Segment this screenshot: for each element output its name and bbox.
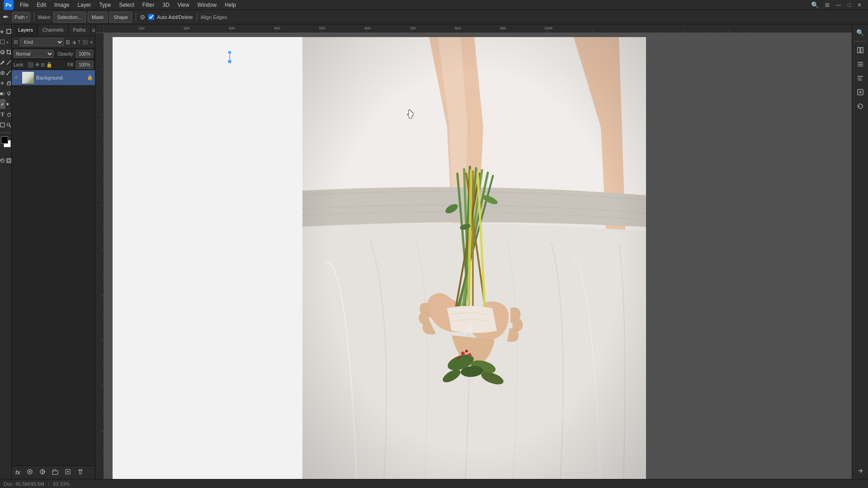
menu-window[interactable]: Window: [194, 1, 221, 9]
crop-tool[interactable]: [6, 47, 12, 57]
brush-tool[interactable]: [6, 68, 12, 78]
filter-adjustment-icon[interactable]: ◑: [72, 40, 76, 45]
right-adjustments-btn[interactable]: [854, 72, 867, 84]
menu-help[interactable]: Help: [221, 1, 240, 9]
auto-add-delete-label: Auto Add/Delete: [157, 14, 193, 20]
svg-point-7: [7, 74, 8, 75]
lock-all-icon[interactable]: 🔒: [46, 62, 52, 68]
menu-type[interactable]: Type: [95, 1, 114, 9]
fill-label: Fill: [67, 62, 73, 67]
right-search-btn[interactable]: 🔍: [854, 26, 867, 39]
lock-position-icon[interactable]: ✥: [35, 62, 39, 68]
fill-input[interactable]: [76, 61, 93, 69]
move-tool[interactable]: ✥: [0, 26, 5, 36]
tab-channels[interactable]: Channels: [38, 24, 68, 36]
filter-smart-icon[interactable]: ✦: [90, 40, 93, 45]
hand-tool[interactable]: [6, 109, 12, 119]
pen-tool[interactable]: [0, 99, 5, 109]
path-dropdown[interactable]: Path ▾: [12, 12, 30, 22]
menu-select[interactable]: Select: [115, 1, 137, 9]
menu-bar: Ps File Edit Image Layer Type Select Fil…: [0, 0, 868, 10]
svg-rect-113: [858, 47, 860, 53]
color-swatches[interactable]: [0, 136, 12, 151]
ruler-top: 100 200 300 400 500 600 700 800: [95, 24, 852, 33]
workspace-icon[interactable]: ⊞: [822, 1, 832, 9]
canvas-inner[interactable]: [104, 33, 852, 479]
auto-add-delete-checkbox[interactable]: [148, 14, 154, 20]
layer-item-background[interactable]: 👁 Background 🔒: [12, 70, 95, 85]
svg-rect-21: [52, 471, 58, 474]
type-tool[interactable]: T: [0, 109, 5, 119]
svg-rect-2: [0, 40, 5, 44]
shape-button[interactable]: Shape: [109, 12, 132, 23]
svg-text:500: 500: [319, 26, 326, 30]
gradient-tool[interactable]: [0, 89, 5, 99]
status-bar: Doc: 45.5M/45.5M | 33.33%: [0, 479, 868, 488]
right-libraries-btn[interactable]: [854, 44, 867, 56]
menu-3d[interactable]: 3D: [159, 1, 173, 9]
path-select-tool[interactable]: [6, 99, 12, 109]
tab-paths[interactable]: Paths: [69, 24, 91, 36]
path-anchor-point: [228, 51, 231, 54]
separator-3: [197, 13, 197, 22]
layers-lock-row: Lock: ⬛ ✥ ⊞ 🔒 Fill: [12, 60, 95, 70]
lock-artboards-icon[interactable]: ⊞: [41, 62, 45, 68]
layer-name[interactable]: Background: [36, 75, 85, 80]
menu-filter[interactable]: Filter: [139, 1, 158, 9]
menu-edit[interactable]: Edit: [33, 1, 50, 9]
opacity-input[interactable]: 100%: [76, 50, 93, 58]
zoom-tool[interactable]: [6, 120, 12, 130]
right-expand-btn[interactable]: [854, 465, 867, 477]
close-icon[interactable]: ✕: [854, 1, 864, 9]
eyedropper-tool[interactable]: [0, 57, 5, 67]
right-styles-btn[interactable]: [854, 86, 867, 99]
heal-tool[interactable]: [0, 68, 5, 78]
shape-tool[interactable]: [0, 120, 5, 130]
filter-shape-icon[interactable]: ⬛: [82, 40, 88, 45]
add-adjustment-button[interactable]: [38, 468, 47, 477]
menu-view[interactable]: View: [174, 1, 193, 9]
tab-layers[interactable]: Layers: [14, 24, 38, 36]
right-properties-btn[interactable]: [854, 58, 867, 70]
quick-select-tool[interactable]: W: [0, 47, 5, 57]
svg-rect-110: [302, 37, 646, 479]
search-icon[interactable]: 🔍: [808, 0, 821, 9]
ps-home-icon[interactable]: Ps: [4, 0, 14, 10]
menu-layer[interactable]: Layer: [74, 1, 94, 9]
svg-point-11: [8, 92, 10, 94]
quick-mask-icon[interactable]: [0, 155, 5, 165]
mask-button[interactable]: Mask: [88, 12, 108, 23]
dodge-tool[interactable]: [6, 89, 12, 99]
canvas-area[interactable]: 100 200 300 400 500 600 700 800: [95, 24, 852, 479]
menu-image[interactable]: Image: [51, 1, 73, 9]
maximize-icon[interactable]: □: [845, 1, 854, 9]
lasso-tool[interactable]: ⌖: [6, 37, 12, 47]
delete-layer-button[interactable]: [75, 468, 85, 477]
layer-fx-button[interactable]: fx: [14, 469, 22, 477]
add-mask-button[interactable]: [25, 468, 35, 477]
artboard-tool[interactable]: [6, 26, 12, 36]
eraser-tool[interactable]: [6, 78, 12, 88]
filter-type-icon[interactable]: T: [78, 40, 80, 45]
layer-filter-select[interactable]: Kind: [20, 38, 64, 46]
right-history-btn[interactable]: [854, 100, 867, 113]
svg-rect-9: [7, 83, 10, 85]
minimize-icon[interactable]: —: [833, 1, 844, 9]
screen-mode-icon[interactable]: [6, 155, 12, 165]
lock-pixels-icon[interactable]: ⬛: [28, 62, 34, 68]
add-group-button[interactable]: [50, 468, 60, 477]
measure-tool[interactable]: [6, 57, 12, 67]
clone-stamp-tool[interactable]: [0, 78, 5, 88]
blend-mode-select[interactable]: Normal: [14, 50, 54, 58]
svg-text:✥: ✥: [0, 29, 4, 34]
marquee-tool[interactable]: [0, 37, 5, 47]
add-layer-button[interactable]: [63, 468, 73, 477]
layer-visibility-icon[interactable]: 👁: [14, 75, 19, 81]
canvas-document[interactable]: [113, 37, 646, 479]
foreground-color[interactable]: [1, 136, 8, 144]
settings-icon[interactable]: ⚙: [140, 14, 146, 21]
selection-button[interactable]: Selection...: [53, 12, 86, 23]
menu-file[interactable]: File: [16, 1, 32, 9]
filter-icon: ⊞: [14, 39, 18, 45]
filter-pixel-icon[interactable]: 🖼: [66, 40, 70, 45]
